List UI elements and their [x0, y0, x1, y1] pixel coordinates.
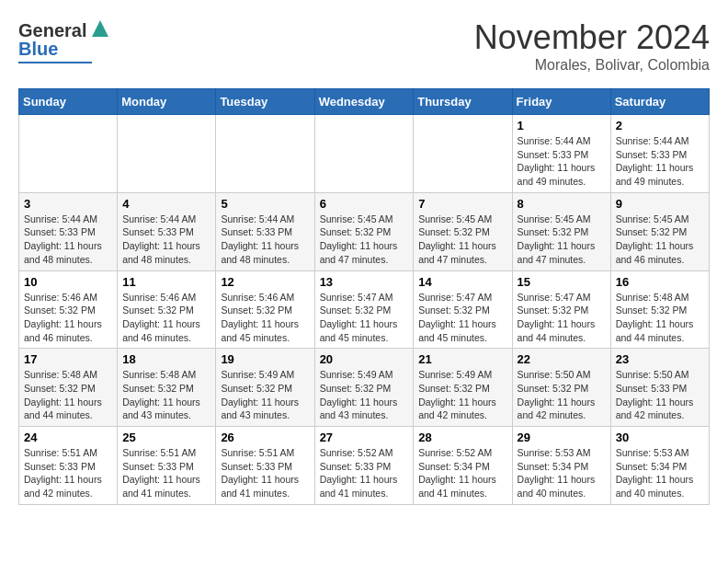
day-number: 27: [320, 431, 409, 444]
calendar-week-row: 1Sunrise: 5:44 AM Sunset: 5:33 PM Daylig…: [19, 115, 710, 193]
calendar-cell: [216, 115, 314, 193]
page: General Blue November 2024 Morales, Boli…: [0, 0, 728, 514]
calendar-day-header: Monday: [118, 89, 216, 115]
month-title: November 2024: [474, 18, 710, 57]
svg-marker-0: [92, 20, 108, 37]
day-info: Sunrise: 5:49 AM Sunset: 5:32 PM Dayligh…: [320, 368, 409, 422]
calendar-cell: 1Sunrise: 5:44 AM Sunset: 5:33 PM Daylig…: [512, 115, 610, 193]
day-info: Sunrise: 5:46 AM Sunset: 5:32 PM Dayligh…: [24, 291, 112, 345]
calendar-week-row: 10Sunrise: 5:46 AM Sunset: 5:32 PM Dayli…: [19, 270, 710, 349]
calendar-week-row: 24Sunrise: 5:51 AM Sunset: 5:33 PM Dayli…: [19, 427, 710, 505]
day-info: Sunrise: 5:44 AM Sunset: 5:33 PM Dayligh…: [221, 213, 309, 267]
calendar-cell: 20Sunrise: 5:49 AM Sunset: 5:32 PM Dayli…: [314, 349, 414, 427]
day-number: 1: [518, 119, 606, 132]
day-number: 23: [616, 352, 704, 366]
day-number: 28: [418, 431, 506, 444]
day-info: Sunrise: 5:52 AM Sunset: 5:34 PM Dayligh…: [418, 446, 506, 500]
day-info: Sunrise: 5:51 AM Sunset: 5:33 PM Dayligh…: [24, 446, 112, 500]
day-number: 20: [320, 352, 409, 366]
title-area: November 2024 Morales, Bolivar, Colombia: [474, 18, 710, 74]
day-number: 21: [418, 352, 506, 366]
calendar-day-header: Tuesday: [216, 89, 314, 115]
calendar-cell: 10Sunrise: 5:46 AM Sunset: 5:32 PM Dayli…: [19, 270, 118, 349]
day-info: Sunrise: 5:47 AM Sunset: 5:32 PM Dayligh…: [518, 291, 606, 345]
calendar-cell: 29Sunrise: 5:53 AM Sunset: 5:34 PM Dayli…: [512, 427, 610, 505]
calendar-cell: 23Sunrise: 5:50 AM Sunset: 5:33 PM Dayli…: [610, 349, 709, 427]
day-info: Sunrise: 5:51 AM Sunset: 5:33 PM Dayligh…: [221, 446, 309, 500]
day-number: 2: [616, 119, 704, 132]
calendar-day-header: Thursday: [414, 89, 512, 115]
day-info: Sunrise: 5:53 AM Sunset: 5:34 PM Dayligh…: [616, 446, 704, 500]
header: General Blue November 2024 Morales, Boli…: [18, 18, 710, 74]
calendar-cell: 11Sunrise: 5:46 AM Sunset: 5:32 PM Dayli…: [118, 270, 216, 349]
calendar-cell: 12Sunrise: 5:46 AM Sunset: 5:32 PM Dayli…: [216, 270, 314, 349]
calendar-cell: [414, 115, 512, 193]
day-info: Sunrise: 5:53 AM Sunset: 5:34 PM Dayligh…: [518, 446, 606, 500]
calendar-cell: 26Sunrise: 5:51 AM Sunset: 5:33 PM Dayli…: [216, 427, 314, 505]
location: Morales, Bolivar, Colombia: [474, 57, 710, 74]
day-info: Sunrise: 5:44 AM Sunset: 5:33 PM Dayligh…: [24, 213, 112, 267]
day-info: Sunrise: 5:44 AM Sunset: 5:33 PM Dayligh…: [122, 213, 210, 267]
day-info: Sunrise: 5:44 AM Sunset: 5:33 PM Dayligh…: [518, 134, 606, 189]
calendar-cell: [118, 115, 216, 193]
calendar-cell: 19Sunrise: 5:49 AM Sunset: 5:32 PM Dayli…: [216, 349, 314, 427]
calendar-cell: 4Sunrise: 5:44 AM Sunset: 5:33 PM Daylig…: [118, 192, 216, 270]
logo-triangle-icon: [90, 18, 110, 39]
day-number: 24: [24, 431, 112, 444]
day-number: 29: [518, 431, 606, 444]
calendar-day-header: Sunday: [19, 89, 118, 115]
day-info: Sunrise: 5:45 AM Sunset: 5:32 PM Dayligh…: [518, 213, 606, 267]
day-number: 19: [221, 352, 309, 366]
calendar-cell: 7Sunrise: 5:45 AM Sunset: 5:32 PM Daylig…: [414, 192, 512, 270]
calendar-day-header: Saturday: [610, 89, 709, 115]
calendar-day-header: Wednesday: [314, 89, 414, 115]
day-number: 10: [24, 275, 112, 289]
calendar-cell: 21Sunrise: 5:49 AM Sunset: 5:32 PM Dayli…: [414, 349, 512, 427]
day-number: 25: [122, 431, 210, 444]
calendar-cell: 9Sunrise: 5:45 AM Sunset: 5:32 PM Daylig…: [610, 192, 709, 270]
day-info: Sunrise: 5:48 AM Sunset: 5:32 PM Dayligh…: [122, 368, 210, 422]
calendar-week-row: 3Sunrise: 5:44 AM Sunset: 5:33 PM Daylig…: [19, 192, 710, 270]
day-number: 3: [24, 197, 112, 211]
calendar-header-row: SundayMondayTuesdayWednesdayThursdayFrid…: [19, 89, 710, 115]
day-info: Sunrise: 5:49 AM Sunset: 5:32 PM Dayligh…: [221, 368, 309, 422]
calendar-cell: [314, 115, 414, 193]
calendar-cell: 17Sunrise: 5:48 AM Sunset: 5:32 PM Dayli…: [19, 349, 118, 427]
day-number: 22: [518, 352, 606, 366]
calendar-cell: 30Sunrise: 5:53 AM Sunset: 5:34 PM Dayli…: [610, 427, 709, 505]
logo: General Blue: [18, 18, 110, 63]
day-number: 26: [221, 431, 309, 444]
logo-blue-text: Blue: [18, 39, 58, 59]
day-info: Sunrise: 5:45 AM Sunset: 5:32 PM Dayligh…: [418, 213, 506, 267]
calendar-cell: 13Sunrise: 5:47 AM Sunset: 5:32 PM Dayli…: [314, 270, 414, 349]
day-number: 6: [320, 197, 409, 211]
day-info: Sunrise: 5:47 AM Sunset: 5:32 PM Dayligh…: [418, 291, 506, 345]
calendar-cell: [19, 115, 118, 193]
day-info: Sunrise: 5:51 AM Sunset: 5:33 PM Dayligh…: [122, 446, 210, 500]
day-info: Sunrise: 5:45 AM Sunset: 5:32 PM Dayligh…: [320, 213, 409, 267]
calendar-cell: 22Sunrise: 5:50 AM Sunset: 5:32 PM Dayli…: [512, 349, 610, 427]
calendar-cell: 16Sunrise: 5:48 AM Sunset: 5:32 PM Dayli…: [610, 270, 709, 349]
calendar-cell: 8Sunrise: 5:45 AM Sunset: 5:32 PM Daylig…: [512, 192, 610, 270]
day-number: 14: [418, 275, 506, 289]
day-info: Sunrise: 5:47 AM Sunset: 5:32 PM Dayligh…: [320, 291, 409, 345]
day-number: 11: [122, 275, 210, 289]
day-number: 30: [616, 431, 704, 444]
calendar-week-row: 17Sunrise: 5:48 AM Sunset: 5:32 PM Dayli…: [19, 349, 710, 427]
calendar-cell: 28Sunrise: 5:52 AM Sunset: 5:34 PM Dayli…: [414, 427, 512, 505]
day-info: Sunrise: 5:50 AM Sunset: 5:33 PM Dayligh…: [616, 368, 704, 422]
day-number: 9: [616, 197, 704, 211]
day-info: Sunrise: 5:44 AM Sunset: 5:33 PM Dayligh…: [616, 134, 704, 189]
day-number: 18: [122, 352, 210, 366]
day-number: 13: [320, 275, 409, 289]
day-info: Sunrise: 5:49 AM Sunset: 5:32 PM Dayligh…: [418, 368, 506, 422]
logo-underline: [18, 62, 92, 63]
day-info: Sunrise: 5:46 AM Sunset: 5:32 PM Dayligh…: [221, 291, 309, 345]
day-info: Sunrise: 5:50 AM Sunset: 5:32 PM Dayligh…: [518, 368, 606, 422]
calendar-cell: 5Sunrise: 5:44 AM Sunset: 5:33 PM Daylig…: [216, 192, 314, 270]
day-number: 15: [518, 275, 606, 289]
day-number: 7: [418, 197, 506, 211]
day-number: 4: [122, 197, 210, 211]
day-info: Sunrise: 5:52 AM Sunset: 5:33 PM Dayligh…: [320, 446, 409, 500]
calendar-table: SundayMondayTuesdayWednesdayThursdayFrid…: [18, 88, 710, 505]
